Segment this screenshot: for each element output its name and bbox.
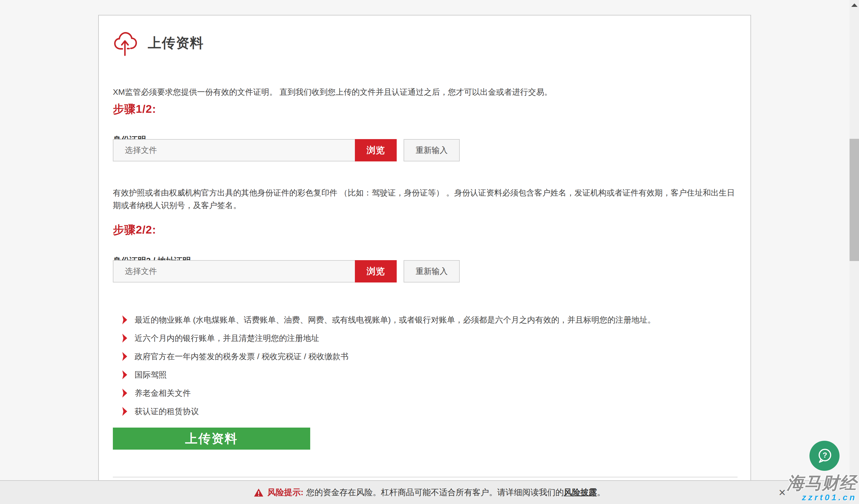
list-item: 近六个月内的银行账单，并且清楚注明您的注册地址 bbox=[122, 334, 655, 343]
list-item-text: 国际驾照 bbox=[135, 371, 167, 379]
risk-text: 您的资金存在风险。杠杆商品可能不适合所有客户。请详细阅读我们的 bbox=[306, 487, 564, 498]
list-item-text: 政府官方在一年内签发的税务发票 / 税收完税证 / 税收缴款书 bbox=[135, 352, 349, 361]
risk-suffix: 。 bbox=[597, 487, 605, 498]
warning-triangle-icon bbox=[254, 488, 263, 497]
file-row-address: 选择文件 浏览 重新输入 bbox=[113, 260, 460, 283]
bullet-arrow-icon bbox=[122, 389, 127, 397]
list-item: 养老金相关文件 bbox=[122, 389, 655, 397]
upload-card: 上传资料 XM监管必须要求您提供一份有效的文件证明。 直到我们收到您上传的文件并… bbox=[98, 15, 751, 504]
list-item: 获认证的租赁协议 bbox=[122, 407, 655, 416]
page-title: 上传资料 bbox=[148, 34, 204, 52]
risk-disclosure-link[interactable]: 风险披露 bbox=[564, 487, 597, 498]
list-item: 国际驾照 bbox=[122, 371, 655, 379]
file-input-address[interactable]: 选择文件 bbox=[113, 260, 355, 283]
list-item-text: 养老金相关文件 bbox=[135, 389, 191, 397]
vertical-scrollbar[interactable] bbox=[849, 0, 859, 504]
list-item-text: 最近的物业账单 (水电煤账单、话费账单、油费、网费、或有线电视账单)，或者银行对… bbox=[135, 315, 655, 324]
accepted-documents-list: 最近的物业账单 (水电煤账单、话费账单、油费、网费、或有线电视账单)，或者银行对… bbox=[122, 315, 655, 425]
upload-cloud-icon bbox=[113, 29, 137, 57]
bullet-arrow-icon bbox=[122, 334, 127, 343]
list-item-text: 获认证的租赁协议 bbox=[135, 407, 199, 416]
close-icon[interactable]: × bbox=[779, 487, 786, 499]
browse-button-address[interactable]: 浏览 bbox=[355, 260, 397, 283]
scroll-up-arrow-icon[interactable] bbox=[851, 3, 858, 7]
browse-button-identity[interactable]: 浏览 bbox=[355, 139, 397, 161]
identity-proof-description: 有效护照或者由权威机构官方出具的其他身份证件的彩色复印件 （比如：驾驶证，身份证… bbox=[113, 187, 739, 212]
list-item: 政府官方在一年内签发的税务发票 / 税收完税证 / 税收缴款书 bbox=[122, 352, 655, 361]
card-divider bbox=[113, 477, 738, 477]
page-header: 上传资料 bbox=[113, 29, 204, 57]
chat-help-button[interactable]: ? bbox=[810, 441, 840, 471]
list-item-text: 近六个月内的银行账单，并且清楚注明您的注册地址 bbox=[135, 334, 319, 343]
upload-submit-button[interactable]: 上传资料 bbox=[113, 428, 310, 450]
step-1-heading: 步骤1/2: bbox=[113, 101, 156, 117]
file-input-identity[interactable]: 选择文件 bbox=[113, 139, 355, 161]
page-viewport: 上传资料 XM监管必须要求您提供一份有效的文件证明。 直到我们收到您上传的文件并… bbox=[0, 0, 859, 504]
bullet-arrow-icon bbox=[122, 371, 127, 379]
risk-warning-content: 风险提示: 您的资金存在风险。杠杆商品可能不适合所有客户。请详细阅读我们的 风险… bbox=[254, 487, 605, 498]
file-row-identity: 选择文件 浏览 重新输入 bbox=[113, 139, 460, 161]
bullet-arrow-icon bbox=[122, 315, 127, 324]
bullet-arrow-icon bbox=[122, 352, 127, 361]
chat-question-icon: ? bbox=[816, 447, 833, 465]
risk-warning-bar: 风险提示: 您的资金存在风险。杠杆商品可能不适合所有客户。请详细阅读我们的 风险… bbox=[0, 480, 859, 504]
list-item: 最近的物业账单 (水电煤账单、话费账单、油费、网费、或有线电视账单)，或者银行对… bbox=[122, 315, 655, 324]
scrollbar-thumb[interactable] bbox=[849, 139, 859, 261]
intro-text: XM监管必须要求您提供一份有效的文件证明。 直到我们收到您上传的文件并且认证通过… bbox=[113, 86, 737, 98]
risk-prefix: 风险提示: bbox=[268, 487, 304, 498]
bullet-arrow-icon bbox=[122, 407, 127, 416]
step-2-heading: 步骤2/2: bbox=[113, 222, 156, 238]
svg-text:?: ? bbox=[823, 451, 827, 459]
reset-button-identity[interactable]: 重新输入 bbox=[404, 139, 460, 161]
reset-button-address[interactable]: 重新输入 bbox=[404, 260, 460, 283]
